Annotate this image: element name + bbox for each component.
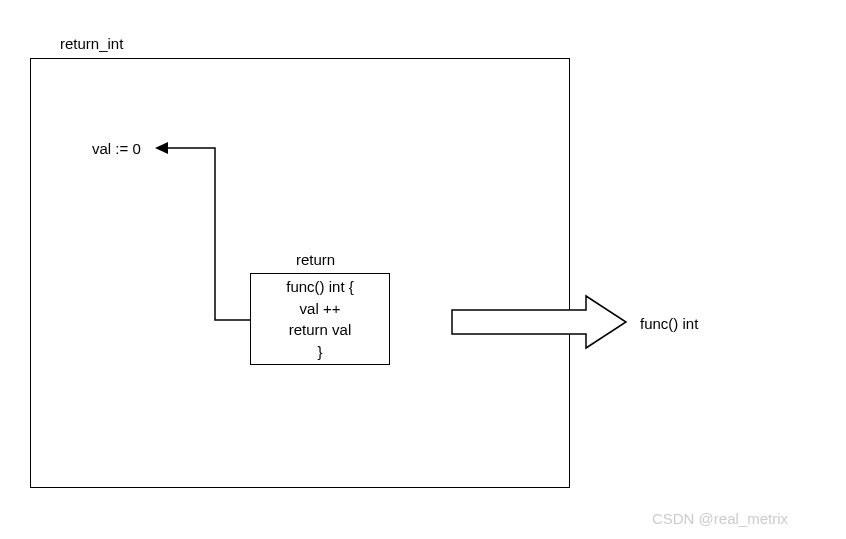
output-type-label: func() int [640,315,698,332]
variable-declaration-label: val := 0 [92,140,141,157]
outer-function-label: return_int [60,35,123,52]
closure-line-3: return val [289,320,352,340]
closure-line-1: func() int { [286,277,354,297]
return-label: return [296,251,335,268]
watermark-text: CSDN @real_metrix [652,510,788,527]
closure-line-4: } [317,342,322,362]
closure-line-2: val ++ [300,299,341,319]
closure-function-box: func() int { val ++ return val } [250,273,390,365]
